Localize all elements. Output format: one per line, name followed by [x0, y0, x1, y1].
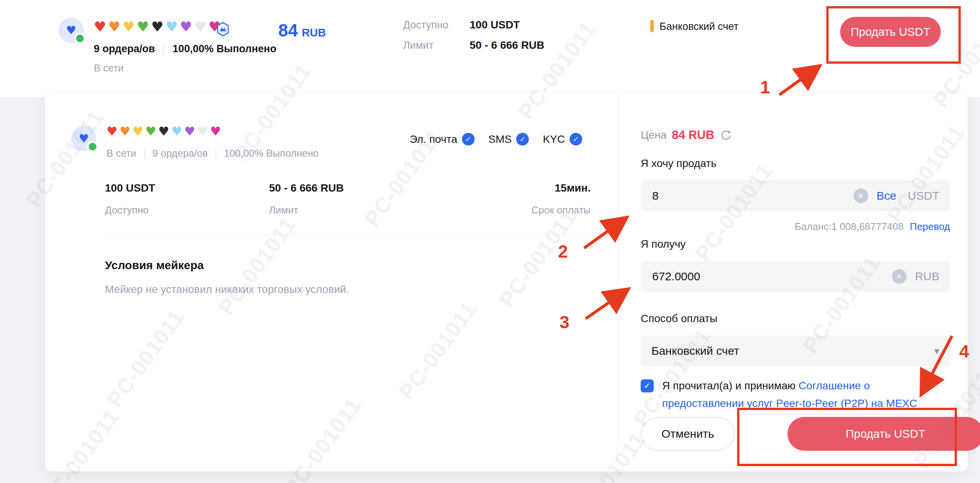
- receive-amount-label: Я получу: [641, 238, 686, 250]
- annotation-number-1: 1: [760, 77, 770, 98]
- merchant-avatar[interactable]: ♥: [58, 18, 84, 43]
- maker-terms-title: Условия мейкера: [105, 259, 204, 272]
- heart-icon: ♥: [180, 20, 192, 34]
- agreement-checkbox[interactable]: ✓: [641, 379, 654, 392]
- payment-method-label: Способ оплаты: [641, 313, 718, 325]
- modal-column-divider: [618, 94, 618, 471]
- sell-all-link[interactable]: Все: [877, 189, 897, 202]
- orders-count: 9 ордера/ов: [94, 43, 155, 55]
- kyc-verified: KYC ✓: [543, 133, 582, 146]
- divider: [144, 149, 145, 159]
- heart-icon: ♥: [94, 20, 106, 34]
- heart-icon: ♥: [151, 20, 163, 34]
- receive-amount-input[interactable]: [651, 270, 892, 283]
- sell-amount-field: × Все USDT: [641, 180, 950, 211]
- stat-value: 50 - 6 666 RUB: [269, 182, 344, 194]
- stat-label: Доступно: [105, 204, 155, 216]
- annotation-number-3: 3: [560, 312, 570, 332]
- heart-icon: ♥: [165, 20, 178, 34]
- heart-icon: ♥: [132, 125, 143, 137]
- payment-method-name: Банковский счет: [659, 21, 739, 33]
- payment-method-select[interactable]: Банковский счет ▾: [641, 336, 950, 366]
- sell-amount-input[interactable]: [651, 189, 854, 203]
- sell-amount-label: Я хочу продать: [641, 157, 716, 170]
- annotation-number-2: 2: [558, 241, 568, 262]
- modal-merchant-avatar[interactable]: ♥: [71, 126, 96, 151]
- cancel-button[interactable]: Отменить: [641, 417, 735, 451]
- modal-merchant-nickname-hearts: ♥♥♥♥♥♥♥♥♥: [106, 125, 221, 137]
- heart-icon: ♥: [184, 125, 195, 137]
- sell-currency-suffix: USDT: [908, 189, 939, 202]
- sell-usdt-button-top[interactable]: Продать USDT: [840, 17, 941, 47]
- payment-method-marker: [650, 20, 654, 32]
- price-label: Цена: [641, 129, 666, 141]
- price-value-red: 84 RUB: [672, 128, 714, 142]
- price-value: 84: [278, 20, 298, 40]
- heart-icon: ♥: [158, 125, 169, 137]
- stat-payment-time: 15мин. Срок оплаты: [483, 182, 591, 216]
- receive-currency-suffix: RUB: [915, 270, 939, 283]
- payment-method-selected: Банковский счет: [651, 344, 739, 357]
- sell-form: Цена 84 RUB Я хочу продать × Все USDT Ба…: [641, 94, 950, 471]
- check-badge-icon: ✓: [462, 133, 475, 146]
- online-status-dot: [87, 141, 98, 152]
- heart-icon: ♥: [108, 20, 120, 34]
- sell-usdt-button-modal[interactable]: Продать USDT: [787, 417, 980, 451]
- agreement-text: Я прочитал(а) и принимаю Соглашение о пр…: [662, 377, 931, 412]
- stat-label: Срок оплаты: [483, 204, 591, 216]
- receive-amount-field: × RUB: [641, 261, 950, 292]
- heart-icon: ♥: [120, 125, 131, 137]
- heart-icon: ♥: [171, 125, 182, 137]
- sms-verified: SMS ✓: [488, 133, 529, 146]
- stat-value: 100 USDT: [105, 182, 155, 194]
- orders-count: 9 ордера/ов: [153, 147, 208, 159]
- listing-price: 84RUB: [278, 20, 326, 41]
- chevron-down-icon: ▾: [934, 345, 939, 357]
- stat-value: 15мин.: [483, 182, 591, 194]
- verification-badges: Эл. почта ✓ SMS ✓ KYC ✓: [410, 133, 582, 146]
- email-verified-label: Эл. почта: [410, 133, 457, 146]
- check-badge-icon: ✓: [516, 133, 529, 146]
- stats-divider: [105, 235, 591, 235]
- heart-icon: ♥: [145, 125, 156, 137]
- stat-label: Лимит: [269, 204, 344, 216]
- heart-icon: ♥: [210, 125, 221, 137]
- listing-row: ♥ ♥♥♥♥♥♥♥♥♥ 9 ордера/ов 100,00% Выполнен…: [0, 0, 980, 97]
- heart-icon: ♥: [106, 125, 118, 137]
- divider: [163, 44, 164, 54]
- clear-receive-icon[interactable]: ×: [892, 269, 907, 284]
- p2p-sell-page: ♥ ♥♥♥♥♥♥♥♥♥ 9 ордера/ов 100,00% Выполнен…: [0, 0, 980, 483]
- verified-merchant-badge-icon: [215, 22, 231, 37]
- current-price-row: Цена 84 RUB: [641, 128, 732, 142]
- online-status-dot: [75, 33, 85, 44]
- completion-rate: 100,00% Выполнено: [224, 147, 319, 159]
- agreement-row: ✓ Я прочитал(а) и принимаю Соглашение о …: [641, 377, 933, 412]
- merchant-stats-line: 9 ордера/ов 100,00% Выполнено: [94, 43, 276, 55]
- limit-label: Лимит: [403, 40, 434, 51]
- refresh-price-icon[interactable]: [720, 129, 732, 141]
- online-status-label: В сети: [106, 147, 136, 159]
- completion-rate: 100,00% Выполнено: [173, 43, 276, 55]
- annotation-number-4: 4: [959, 341, 969, 362]
- sell-order-modal: ♥ ♥♥♥♥♥♥♥♥♥ В сети 9 ордера/ов 100,00% В…: [45, 94, 968, 471]
- available-label: Доступно: [403, 19, 448, 31]
- price-currency: RUB: [302, 26, 326, 39]
- check-badge-icon: ✓: [570, 133, 582, 146]
- heart-icon: ♥: [197, 125, 208, 137]
- stat-limit: 50 - 6 666 RUB Лимит: [269, 182, 344, 216]
- balance-value: Баланс:1 008,68777408: [795, 221, 904, 233]
- limit-value: 50 - 6 666 RUB: [470, 39, 545, 51]
- divider: [216, 149, 216, 159]
- available-value: 100 USDT: [470, 19, 520, 31]
- blue-heart-avatar-icon: ♥: [66, 25, 76, 36]
- blue-heart-avatar-icon: ♥: [79, 133, 89, 144]
- clear-amount-icon[interactable]: ×: [854, 189, 868, 203]
- stat-available: 100 USDT Доступно: [105, 182, 155, 216]
- online-status-label: В сети: [94, 62, 124, 74]
- agreement-prefix: Я прочитал(а) и принимаю: [662, 380, 799, 392]
- balance-row: Баланс:1 008,68777408 Перевод: [795, 221, 950, 233]
- transfer-link[interactable]: Перевод: [910, 221, 950, 233]
- maker-terms-body: Мейкер не установил никаких торговых усл…: [105, 283, 349, 296]
- heart-icon: ♥: [123, 20, 135, 34]
- heart-icon: ♥: [194, 20, 206, 34]
